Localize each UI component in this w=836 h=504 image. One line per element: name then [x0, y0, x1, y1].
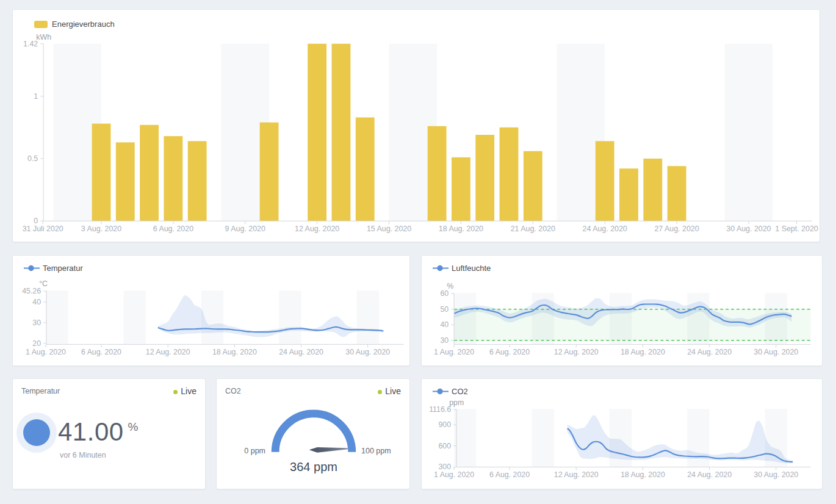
axis-unit-label: °C: [39, 279, 48, 288]
gauge-min-label: 0 ppm: [235, 447, 265, 455]
bar: [452, 157, 470, 221]
x-tick-label: 24 Aug. 2020: [583, 225, 627, 233]
gauge-max-label: 100 ppm: [361, 447, 398, 455]
humidity-legend-label: Luftfeuchte: [452, 264, 491, 273]
bar: [428, 126, 447, 221]
stat-value: 41.00%: [58, 419, 139, 445]
weekend-bands: [46, 290, 379, 344]
bar: [500, 128, 519, 221]
legend-energieverbrauch[interactable]: Energieverbrauch: [34, 20, 115, 29]
x-tick-label: 18 Aug. 2020: [439, 225, 483, 233]
panel-co2-chart: CO2 1116.69006003001 Aug. 20206 Aug. 202…: [421, 378, 823, 489]
gauge-arc: [275, 414, 352, 452]
y-tick-label: 20: [32, 339, 41, 348]
live-label: Live: [181, 386, 196, 396]
legend-temperatur[interactable]: Temperatur: [24, 264, 83, 273]
legend-co2[interactable]: CO2: [433, 387, 468, 396]
y-tick-label: 900: [438, 420, 451, 429]
stat-unit: %: [128, 420, 139, 433]
energy-bar-chart[interactable]: 1.4210.5031 Juli 20203 Aug. 20206 Aug. 2…: [13, 10, 820, 242]
bar: [619, 168, 638, 221]
panel-energy-consumption: Energieverbrauch 1.4210.5031 Juli 20203 …: [12, 9, 820, 242]
bar: [92, 124, 111, 221]
live-badge: Live: [173, 386, 196, 396]
y-tick-label: 0.5: [27, 154, 38, 163]
bar: [475, 135, 494, 221]
y-tick-label: 40: [32, 298, 41, 306]
x-tick-label: 1 Aug. 2020: [434, 470, 474, 479]
x-tick-label: 6 Aug. 2020: [153, 225, 193, 233]
x-tick-label: 24 Aug. 2020: [279, 348, 323, 356]
temperature-legend-label: Temperatur: [43, 264, 83, 273]
legend-luftfeuchte[interactable]: Luftfeuchte: [433, 264, 491, 273]
x-tick-label: 6 Aug. 2020: [81, 348, 121, 356]
live-dot-icon: [173, 390, 178, 394]
stat-value-indicator-circle: [23, 419, 50, 446]
x-tick-label: 27 Aug. 2020: [654, 225, 699, 233]
y-tick-label: 40: [440, 320, 449, 329]
x-tick-label: 12 Aug. 2020: [146, 348, 190, 356]
x-tick-label: 15 Aug. 2020: [367, 225, 411, 233]
bar: [116, 142, 135, 221]
y-tick-label: 600: [438, 442, 451, 450]
co2-legend-label: CO2: [452, 387, 468, 396]
y-tick-label: 30: [440, 336, 449, 345]
axis-unit-label: ppm: [449, 398, 464, 407]
x-tick-label: 3 Aug. 2020: [81, 225, 121, 233]
gauge-needle: [309, 447, 348, 453]
x-tick-label: 6 Aug. 2020: [489, 348, 530, 356]
x-tick-label: 12 Aug. 2020: [554, 348, 599, 356]
x-tick-label: 21 Aug. 2020: [511, 225, 555, 233]
energy-legend-label: Energieverbrauch: [52, 20, 115, 29]
energy-legend-swatch: [34, 21, 48, 28]
x-tick-label: 18 Aug. 2020: [621, 348, 665, 356]
stat-last-update: vor 6 Minuten: [60, 451, 106, 459]
bar: [140, 125, 159, 221]
x-tick-label: 18 Aug. 2020: [621, 470, 665, 479]
x-tick-label: 30 Aug. 2020: [754, 348, 798, 356]
line-dot-icon: [433, 388, 449, 395]
panel-temperature-stat: Temperatur Live 41.00% vor 6 Minuten: [12, 378, 206, 489]
weekend-bands: [53, 44, 773, 221]
x-tick-label: 1 Aug. 2020: [434, 348, 474, 356]
y-tick-label: 50: [440, 305, 449, 314]
bar: [668, 166, 686, 221]
x-tick-label: 30 Aug. 2020: [345, 348, 390, 356]
bar: [596, 141, 614, 221]
x-tick-label: 18 Aug. 2020: [212, 348, 257, 356]
bar: [164, 136, 182, 221]
y-tick-label: 30: [32, 319, 41, 327]
co2-line-chart[interactable]: 1116.69006003001 Aug. 20206 Aug. 202012 …: [422, 379, 822, 489]
line-dot-icon: [24, 265, 40, 272]
dashboard: Energieverbrauch 1.4210.5031 Juli 20203 …: [0, 0, 836, 504]
x-tick-label: 30 Aug. 2020: [726, 225, 771, 233]
x-tick-label: 31 Juli 2020: [23, 225, 63, 233]
y-tick-label: 0: [34, 217, 38, 225]
gauge-value: 364 ppm: [217, 460, 411, 474]
y-tick-label: 1: [34, 92, 38, 101]
x-tick-label: 24 Aug. 2020: [687, 348, 732, 356]
y-tick-label: 45.26: [22, 287, 41, 295]
x-tick-label: 1 Aug. 2020: [26, 348, 66, 356]
minmax-band: [158, 295, 383, 337]
bar: [188, 141, 207, 221]
x-tick-label: 30 Aug. 2020: [754, 470, 798, 479]
x-tick-label: 12 Aug. 2020: [295, 225, 339, 233]
stat-panel-title: Temperatur: [21, 387, 60, 395]
x-tick-label: 1 Sept. 2020: [775, 225, 818, 233]
axis-unit-label: kWh: [36, 33, 51, 41]
axis-unit-label: %: [447, 282, 453, 290]
panel-temperature-chart: Temperatur 45.264030201 Aug. 20206 Aug. …: [12, 255, 410, 366]
y-tick-label: 1116.6: [429, 405, 451, 414]
panel-co2-gauge: CO2 Live 0 ppm 100 ppm 364 ppm: [216, 378, 410, 489]
bar: [524, 151, 542, 221]
bar: [643, 159, 662, 221]
x-tick-label: 9 Aug. 2020: [225, 225, 265, 233]
x-tick-label: 12 Aug. 2020: [554, 470, 599, 479]
bar: [332, 44, 351, 221]
bar: [308, 44, 326, 221]
line-dot-icon: [433, 265, 449, 272]
x-tick-label: 6 Aug. 2020: [489, 470, 530, 479]
bar: [356, 117, 375, 221]
bar: [260, 123, 279, 221]
